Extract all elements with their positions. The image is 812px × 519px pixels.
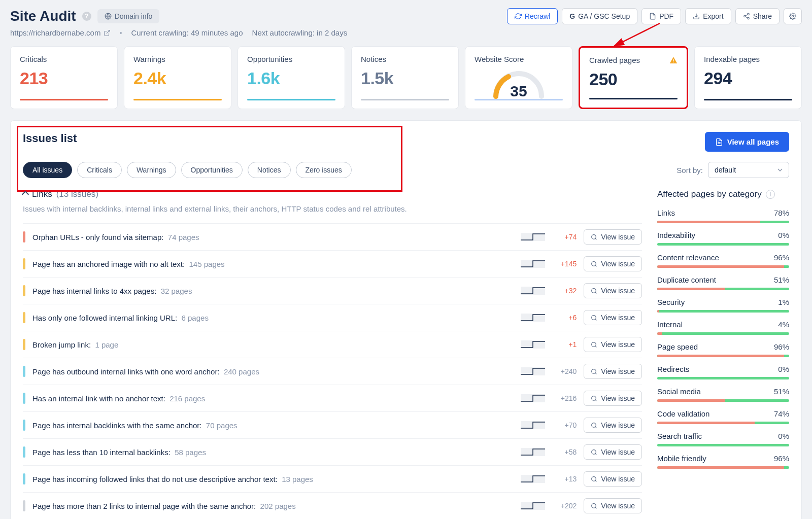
crawl-status: Current crawling: 49 minutes ago bbox=[131, 28, 243, 37]
category-row[interactable]: Code validation 74% bbox=[657, 409, 789, 424]
category-percent: 51% bbox=[774, 387, 789, 396]
stat-card-warnings[interactable]: Warnings 2.4k bbox=[124, 46, 231, 109]
severity-indicator bbox=[23, 312, 25, 323]
sort-select[interactable]: default bbox=[708, 162, 789, 178]
category-row[interactable]: Links 78% bbox=[657, 209, 789, 223]
trend-sparkline bbox=[521, 340, 545, 349]
svg-point-3 bbox=[747, 17, 749, 19]
view-issue-button[interactable]: View issue bbox=[584, 229, 642, 245]
search-icon bbox=[591, 449, 597, 456]
category-row[interactable]: Page speed 96% bbox=[657, 342, 789, 357]
filter-pill-warnings[interactable]: Warnings bbox=[127, 162, 176, 178]
issue-row: Page has incoming followed links that do… bbox=[23, 465, 642, 492]
stat-card-notices[interactable]: Notices 1.5k bbox=[351, 46, 459, 109]
issue-text: Page has more than 2 links to internal p… bbox=[32, 502, 514, 510]
category-name: Mobile friendly bbox=[657, 454, 706, 463]
refresh-icon bbox=[515, 13, 522, 20]
issue-row: Broken jump link: 1 page +1 View issue bbox=[23, 331, 642, 358]
view-issue-button[interactable]: View issue bbox=[584, 498, 642, 513]
issue-row: Has only one followed internal linking U… bbox=[23, 304, 642, 331]
delta-value: +58 bbox=[552, 448, 577, 456]
share-button[interactable]: Share bbox=[735, 8, 780, 24]
issue-text: Page has less than 10 internal backlinks… bbox=[32, 448, 514, 457]
category-percent: 96% bbox=[774, 253, 789, 262]
trend-sparkline bbox=[521, 287, 545, 295]
trend-sparkline bbox=[521, 260, 545, 268]
issue-text: Page has an anchored image with no alt t… bbox=[32, 260, 514, 268]
search-icon bbox=[591, 395, 597, 402]
category-row[interactable]: Social media 51% bbox=[657, 387, 789, 402]
category-row[interactable]: Security 1% bbox=[657, 298, 789, 313]
stat-card-crawled-pages[interactable]: Crawled pages 250 bbox=[579, 46, 688, 109]
view-issue-button[interactable]: View issue bbox=[584, 256, 642, 271]
view-issue-button[interactable]: View issue bbox=[584, 364, 642, 379]
view-issue-button[interactable]: View issue bbox=[584, 444, 642, 460]
globe-icon bbox=[105, 13, 112, 20]
trend-sparkline bbox=[521, 367, 545, 375]
view-issue-button[interactable]: View issue bbox=[584, 310, 642, 325]
category-percent: 51% bbox=[774, 275, 789, 284]
search-icon bbox=[591, 422, 597, 429]
issue-text: Has an internal link with no anchor text… bbox=[32, 394, 514, 403]
site-url-text: https://richardbernabe.com bbox=[10, 28, 100, 37]
category-name: Search traffic bbox=[657, 432, 702, 440]
category-row[interactable]: Duplicate content 51% bbox=[657, 275, 789, 290]
page-title: Site Audit bbox=[10, 8, 76, 24]
svg-point-25 bbox=[592, 476, 596, 481]
view-all-pages-button[interactable]: View all pages bbox=[705, 132, 789, 152]
severity-indicator bbox=[23, 446, 25, 458]
section-toggle-links[interactable]: Links (13 issues) bbox=[23, 189, 642, 199]
settings-button[interactable] bbox=[784, 8, 802, 24]
stat-card-opportunities[interactable]: Opportunities 1.6k bbox=[238, 46, 345, 109]
info-icon[interactable]: i bbox=[766, 190, 775, 199]
pdf-button[interactable]: PDF bbox=[641, 8, 681, 24]
domain-info-button[interactable]: Domain info bbox=[97, 9, 160, 23]
view-issue-button[interactable]: View issue bbox=[584, 471, 642, 487]
view-issue-button[interactable]: View issue bbox=[584, 283, 642, 298]
stat-bar bbox=[589, 98, 678, 99]
category-percent: 74% bbox=[774, 409, 789, 418]
recrawl-button[interactable]: Recrawl bbox=[507, 8, 558, 24]
category-row[interactable]: Internal 4% bbox=[657, 320, 789, 335]
filter-pill-zero-issues[interactable]: Zero issues bbox=[296, 162, 352, 178]
severity-indicator bbox=[23, 500, 25, 511]
category-row[interactable]: Redirects 0% bbox=[657, 365, 789, 379]
category-row[interactable]: Mobile friendly 96% bbox=[657, 454, 789, 469]
stat-card-criticals[interactable]: Criticals 213 bbox=[10, 46, 118, 109]
category-percent: 96% bbox=[774, 342, 789, 351]
ga-gsc-button[interactable]: G GA / GSC Setup bbox=[562, 8, 637, 24]
view-issue-button[interactable]: View issue bbox=[584, 391, 642, 406]
category-row[interactable]: Search traffic 0% bbox=[657, 432, 789, 446]
help-icon[interactable]: ? bbox=[82, 12, 91, 21]
category-name: Links bbox=[657, 209, 675, 217]
filter-pill-criticals[interactable]: Criticals bbox=[77, 162, 122, 178]
severity-indicator bbox=[23, 285, 25, 296]
category-percent: 4% bbox=[778, 320, 789, 329]
view-issue-button[interactable]: View issue bbox=[584, 418, 642, 433]
issue-row: Page has internal links to 4xx pages: 32… bbox=[23, 277, 642, 304]
category-bar bbox=[657, 466, 789, 469]
category-row[interactable]: Content relevance 96% bbox=[657, 253, 789, 268]
svg-point-11 bbox=[592, 288, 596, 293]
issue-text: Page has outbound internal links with on… bbox=[32, 367, 514, 376]
filter-pill-opportunities[interactable]: Opportunities bbox=[181, 162, 243, 178]
svg-point-21 bbox=[592, 423, 596, 427]
search-icon bbox=[591, 368, 597, 375]
stat-label: Criticals bbox=[20, 55, 108, 63]
gear-icon bbox=[789, 13, 796, 20]
stat-bar bbox=[247, 99, 335, 100]
category-bar bbox=[657, 399, 789, 402]
site-url-link[interactable]: https://richardbernabe.com bbox=[10, 28, 111, 37]
stat-card-indexable-pages[interactable]: Indexable pages 294 bbox=[694, 46, 802, 109]
severity-indicator bbox=[23, 258, 25, 269]
filter-pill-notices[interactable]: Notices bbox=[248, 162, 291, 178]
category-name: Security bbox=[657, 298, 685, 306]
issue-row: Page has outbound internal links with on… bbox=[23, 358, 642, 385]
view-issue-button[interactable]: View issue bbox=[584, 337, 642, 352]
category-row[interactable]: Indexability 0% bbox=[657, 231, 789, 246]
severity-indicator bbox=[23, 420, 25, 431]
filter-pill-all-issues[interactable]: All issues bbox=[23, 162, 72, 178]
stat-card-website-score[interactable]: Website Score 35 bbox=[465, 46, 572, 109]
delta-value: +74 bbox=[552, 233, 577, 241]
export-button[interactable]: Export bbox=[685, 8, 731, 24]
